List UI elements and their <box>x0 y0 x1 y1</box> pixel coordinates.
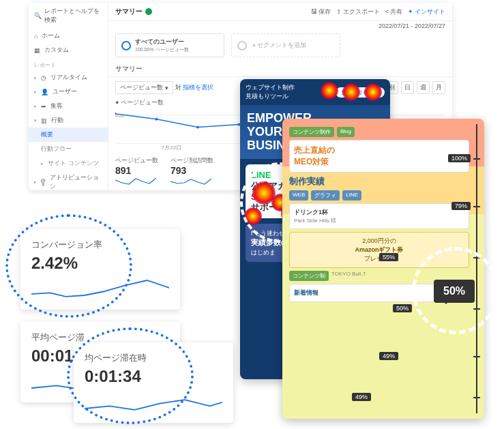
x-tick-1: 7月22日 <box>162 144 181 151</box>
segment-add-label: ＋セグメントを追加 <box>251 41 306 50</box>
chip-blog[interactable]: Blog <box>337 127 355 137</box>
scroll-50: 50% <box>393 304 412 312</box>
time-day[interactable]: 日 <box>401 81 414 94</box>
insight-label: インサイト <box>415 8 445 16</box>
chip-content[interactable]: コンテンツ制作 <box>289 127 334 137</box>
phone-header-line1: ウェブサイト制作 <box>246 84 295 91</box>
nav-home-label: ホーム <box>42 31 60 40</box>
nav-user[interactable]: ▸👤ユーザー <box>29 85 108 99</box>
metric-pageviews[interactable]: ページビュー数 891 <box>115 156 158 187</box>
scroll-tick <box>473 257 480 258</box>
nav-custom-label: カスタム <box>44 46 69 55</box>
chip-graphic[interactable]: グラフィ <box>311 190 340 201</box>
export-icon: ⇪ <box>336 8 342 15</box>
meo-card[interactable]: 売上直結の MEO対策 <box>289 140 469 173</box>
nav-realtime-label: リアルタイム <box>50 73 87 82</box>
behavior-icon: ▥ <box>41 117 47 124</box>
voucher-card[interactable]: 2,000円分の Amazonギフト券 プレゼント <box>289 232 469 268</box>
compare-metric[interactable]: 指標を選択 <box>183 84 213 91</box>
nav-custom[interactable]: ▦カスタム <box>29 43 108 57</box>
line-title: 公式アカ <box>251 181 286 191</box>
sns-foot: はじめま <box>251 249 276 256</box>
chip-content2[interactable]: コンテンツ制 <box>289 271 329 281</box>
nav-realtime[interactable]: ▸◷リアルタイム <box>29 70 108 85</box>
chip-line[interactable]: LINE <box>342 190 361 201</box>
y-tick-200: 200 <box>115 113 124 119</box>
sparkline-icon <box>171 176 211 187</box>
segment-all-users[interactable]: すべてのユーザー 100.00% ページビュー数 <box>115 33 224 57</box>
scroll-49a: 49% <box>379 352 398 360</box>
page-title: サマリー <box>115 7 152 16</box>
svg-point-2 <box>155 118 158 121</box>
clock-icon: ◷ <box>41 74 46 81</box>
tokyo-label: TOKYO Bull.T <box>331 271 366 281</box>
nav-behavior-flow-label: 行動フロー <box>41 145 72 153</box>
scroll-tick <box>473 158 480 160</box>
scroll-79: 79% <box>451 202 471 210</box>
nav-acquisition[interactable]: ▸➦集客 <box>29 99 108 113</box>
time-week[interactable]: 週 <box>417 81 430 94</box>
segment-all-label: すべてのユーザー <box>135 38 189 46</box>
metric-pv-label: ページビュー数 <box>115 156 158 165</box>
nav-acquisition-label: 集客 <box>50 102 63 110</box>
nav-behavior-flow[interactable]: 行動フロー <box>29 142 108 156</box>
home-icon: ⌂ <box>34 33 38 40</box>
chevron-right-icon: ▸ <box>34 104 37 109</box>
chevron-right-icon: ▸ <box>34 75 37 80</box>
nav-attribution[interactable]: ▸ਊアトリビューション <box>29 171 108 190</box>
scroll-tick <box>473 206 480 207</box>
scroll-49b: 49% <box>352 393 371 401</box>
metric-visits[interactable]: ページ別訪問数 793 <box>171 156 213 187</box>
segment-row: すべてのユーザー 100.00% ページビュー数 ＋セグメントを追加 <box>108 29 452 61</box>
share-button[interactable]: <共有 <box>385 8 402 16</box>
metric-selector[interactable]: ページビュー数▾ <box>115 81 173 94</box>
segment-add[interactable]: ＋セグメントを追加 <box>231 33 340 57</box>
scroll-55: 55% <box>379 253 398 261</box>
voucher-amount: 2,000円分の <box>294 237 464 246</box>
nav-attribution-label: アトリビューション <box>50 173 102 190</box>
acquisition-icon: ➦ <box>41 103 46 110</box>
facebook-icon: f <box>251 230 253 237</box>
sidebar-search[interactable]: 🔍 レポートとヘルプを検索 <box>29 7 108 29</box>
nav-behavior[interactable]: ▾▥行動 <box>29 113 108 128</box>
save-button[interactable]: 🖫保存 <box>311 8 331 16</box>
work-item-drink[interactable]: ドリンク1杯 Park Side Hills 様 <box>289 203 469 229</box>
insight-button[interactable]: ✦インサイト <box>408 8 445 16</box>
chevron-down-icon: ▾ <box>34 118 37 123</box>
line-sales: Sales <box>251 192 274 202</box>
phone-header-line2: 見積もりツール <box>246 93 288 100</box>
svg-point-3 <box>196 126 199 129</box>
drink-client: Park Side Hills 様 <box>294 217 464 224</box>
estimate-button[interactable]: 見積もりをする <box>336 87 385 98</box>
chip-web[interactable]: WEB <box>289 190 308 201</box>
section-works: 制作実績 <box>289 175 469 188</box>
nav-site-content[interactable]: ▸サイト コンテンツ <box>29 156 108 171</box>
save-icon: 🖫 <box>311 8 317 15</box>
attribution-icon: ਊ <box>41 179 46 186</box>
hero-line3: BUSIN <box>247 138 285 152</box>
scroll-tick <box>473 308 480 310</box>
nav-behavior-overview[interactable]: 概要 <box>29 128 108 142</box>
toolbar: 🖫保存 ⇪エクスポート <共有 ✦インサイト <box>311 8 445 16</box>
meo-line1: 売上直結の <box>294 145 464 156</box>
metric-visits-label: ページ別訪問数 <box>171 156 213 165</box>
news-title: 新着情報 <box>294 289 318 297</box>
analytics-sidebar: 🔍 レポートとヘルプを検索 ⌂ホーム ▦カスタム レポート ▸◷リアルタイム ▸… <box>29 3 108 190</box>
analytics-topbar: サマリー 🖫保存 ⇪エクスポート <共有 ✦インサイト <box>108 3 452 21</box>
date-range[interactable]: 2022/07/21 - 2022/07/27 <box>379 23 445 29</box>
search-icon: 🔍 <box>34 12 42 19</box>
sparkline-icon <box>115 176 156 187</box>
metric-pv-value: 891 <box>115 165 158 176</box>
export-button[interactable]: ⇪エクスポート <box>336 8 380 16</box>
nav-site-content-label: サイト コンテンツ <box>48 159 99 168</box>
verified-icon <box>145 8 152 15</box>
nav-home[interactable]: ⌂ホーム <box>29 29 108 43</box>
nav-section-reports: レポート <box>29 57 108 70</box>
segment-ring-icon <box>121 41 131 50</box>
custom-icon: ▦ <box>34 47 40 54</box>
time-month[interactable]: 月 <box>432 81 445 94</box>
scroll-depth-bar: 100% 79% 55% 50% 49% 49% <box>473 124 480 413</box>
search-placeholder: レポートとヘルプを検索 <box>44 7 102 25</box>
chart-title-text: ページビュー数 <box>121 99 164 106</box>
insight-icon: ✦ <box>408 8 413 15</box>
